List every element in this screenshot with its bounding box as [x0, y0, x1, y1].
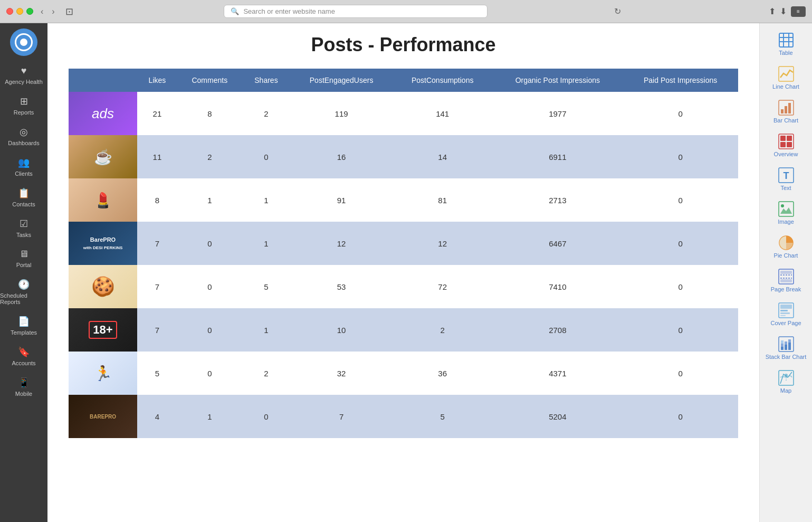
sidebar-item-scheduled-reports[interactable]: 🕐 Scheduled Reports: [0, 273, 47, 310]
pie-chart-icon: [778, 234, 795, 251]
svg-text:T: T: [783, 170, 789, 181]
browser-actions: ⬆ ⬇ ≡: [769, 6, 806, 17]
cell-likes: 7: [137, 222, 177, 265]
stack-bar-chart-icon: [778, 336, 795, 353]
svg-rect-5: [779, 67, 794, 81]
cell-paid: 0: [623, 92, 738, 135]
back-button[interactable]: ‹: [37, 6, 46, 17]
cell-post-consumptions: 36: [393, 352, 493, 395]
panel-item-overview[interactable]: Overview: [763, 130, 809, 160]
panel-item-pie-chart[interactable]: Pie Chart: [763, 231, 809, 262]
sidebar-item-clients[interactable]: 👥 Clients: [0, 151, 47, 182]
cell-comments: 0: [177, 265, 242, 308]
svg-rect-17: [779, 202, 794, 216]
svg-rect-14: [787, 142, 792, 147]
forward-button[interactable]: ›: [49, 6, 58, 17]
panel-label-map: Map: [780, 387, 791, 394]
sidebar-label-reports: Reports: [14, 109, 34, 116]
table-row: 💄 8 1 1 91 81 2713 0: [69, 178, 738, 222]
svg-rect-33: [781, 340, 784, 344]
col-header-post: [69, 69, 137, 92]
sidebar-item-accounts[interactable]: 🔖 Accounts: [0, 341, 47, 372]
post-thumbnail: 🍪: [69, 265, 137, 308]
browser-chrome: ‹ › ⊡ 🔍 Search or enter website name ↻ ⬆…: [0, 0, 812, 23]
sidebar-item-tasks[interactable]: ☑ Tasks: [0, 213, 47, 243]
sidebar-item-contacts[interactable]: 📋 Contacts: [0, 182, 47, 213]
bar-chart-icon: [778, 99, 795, 116]
panel-label-table: Table: [779, 50, 792, 56]
address-text: Search or enter website name: [243, 7, 335, 15]
main-content: Posts - Performance Likes Comments Share…: [47, 23, 759, 522]
sidebar: ♥ Agency Health ⊞ Reports ◎ Dashboards 👥…: [0, 23, 47, 522]
share-button[interactable]: ⬆: [769, 6, 776, 17]
svg-rect-9: [788, 103, 791, 113]
sidebar-item-dashboards[interactable]: ◎ Dashboards: [0, 121, 47, 151]
panel-item-map[interactable]: Map: [763, 366, 809, 397]
post-thumbnail: 💄: [69, 178, 137, 222]
sidebar-label-agency-health: Agency Health: [5, 79, 43, 85]
svg-rect-8: [785, 106, 787, 113]
expand-button[interactable]: ≡: [791, 6, 806, 17]
cell-comments: 0: [177, 352, 242, 395]
panel-item-line-chart[interactable]: Line Chart: [763, 62, 809, 93]
cell-organic: 5204: [492, 395, 623, 438]
cell-comments: 0: [177, 222, 242, 265]
panel-item-image[interactable]: Image: [763, 197, 809, 228]
cell-likes: 4: [137, 395, 177, 438]
post-thumbnail: 18+: [69, 308, 137, 352]
nav-buttons: ‹ ›: [37, 6, 58, 17]
cell-likes: 8: [137, 178, 177, 222]
sidebar-label-clients: Clients: [15, 170, 33, 177]
sidebar-item-mobile[interactable]: 📱 Mobile: [0, 372, 47, 402]
panel-item-text[interactable]: T Text: [763, 164, 809, 194]
cell-organic: 2708: [492, 308, 623, 352]
cell-organic: 6911: [492, 135, 623, 178]
panel-item-page-break[interactable]: Page Break: [763, 265, 809, 296]
clients-icon: 👥: [18, 157, 30, 168]
sidebar-label-dashboards: Dashboards: [8, 140, 39, 146]
svg-rect-0: [779, 33, 793, 47]
cell-post-engaged: 12: [290, 222, 393, 265]
cell-post-engaged: 119: [290, 92, 393, 135]
app-container: ♥ Agency Health ⊞ Reports ◎ Dashboards 👥…: [0, 23, 812, 522]
panel-label-text: Text: [780, 185, 791, 191]
sidebar-label-mobile: Mobile: [15, 391, 32, 397]
panel-item-table[interactable]: Table: [763, 29, 809, 59]
panel-label-page-break: Page Break: [771, 286, 801, 292]
sidebar-item-portal[interactable]: 🖥 Portal: [0, 243, 47, 273]
cover-page-icon: [778, 302, 795, 319]
cell-shares: 1: [242, 178, 291, 222]
overview-icon: [778, 133, 795, 150]
cell-post-engaged: 91: [290, 178, 393, 222]
panel-label-pie-chart: Pie Chart: [774, 252, 798, 259]
svg-rect-24: [780, 279, 792, 282]
cell-comments: 2: [177, 135, 242, 178]
sidebar-logo[interactable]: [10, 29, 37, 56]
maximize-button[interactable]: [26, 8, 33, 15]
post-thumbnail: BAREPRO: [69, 395, 137, 438]
sidebar-item-templates[interactable]: 📄 Templates: [0, 310, 47, 341]
close-button[interactable]: [6, 8, 13, 15]
download-button[interactable]: ⬇: [780, 6, 787, 17]
minimize-button[interactable]: [16, 8, 23, 15]
post-thumbnail: 🏃: [69, 352, 137, 395]
panel-item-stack-bar-chart[interactable]: Stack Bar Chart: [763, 333, 809, 363]
svg-rect-13: [780, 142, 786, 147]
sidebar-label-contacts: Contacts: [12, 201, 35, 207]
search-icon: 🔍: [231, 7, 239, 15]
address-bar[interactable]: 🔍 Search or enter website name: [224, 5, 488, 18]
cell-paid: 0: [623, 222, 738, 265]
sidebar-toggle-button[interactable]: ⊡: [62, 5, 77, 18]
cell-post-engaged: 53: [290, 265, 393, 308]
panel-item-bar-chart[interactable]: Bar Chart: [763, 96, 809, 127]
col-header-paid: Paid Post Impressions: [623, 69, 738, 92]
col-header-post-engaged: PostEngagedUsers: [290, 69, 393, 92]
cell-post-engaged: 10: [290, 308, 393, 352]
panel-label-image: Image: [778, 219, 794, 225]
sidebar-item-agency-health[interactable]: ♥ Agency Health: [0, 60, 47, 90]
table-row: 18+ 7 0 1 10 2 2708 0: [69, 308, 738, 352]
sidebar-item-reports[interactable]: ⊞ Reports: [0, 90, 47, 121]
reload-button[interactable]: ↻: [614, 6, 621, 16]
panel-item-cover-page[interactable]: Cover Page: [763, 299, 809, 329]
heart-icon: ♥: [21, 65, 27, 77]
